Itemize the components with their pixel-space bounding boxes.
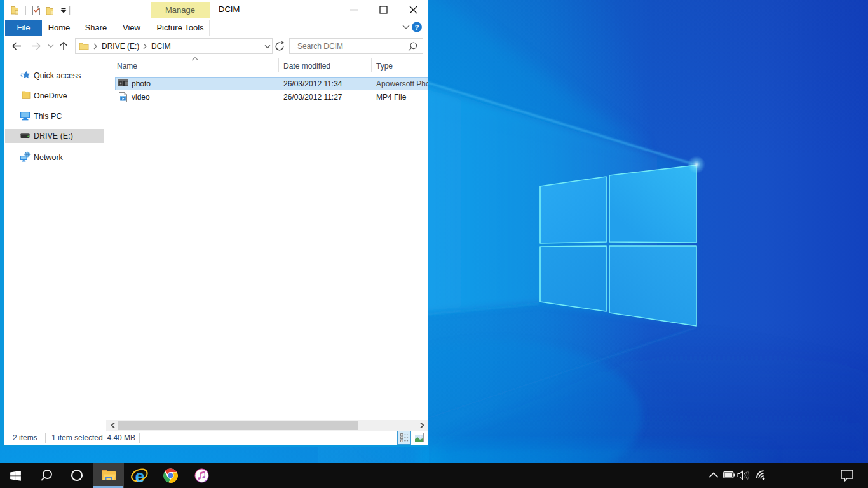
svg-text:e: e xyxy=(135,467,144,485)
svg-text:?: ? xyxy=(415,24,419,31)
